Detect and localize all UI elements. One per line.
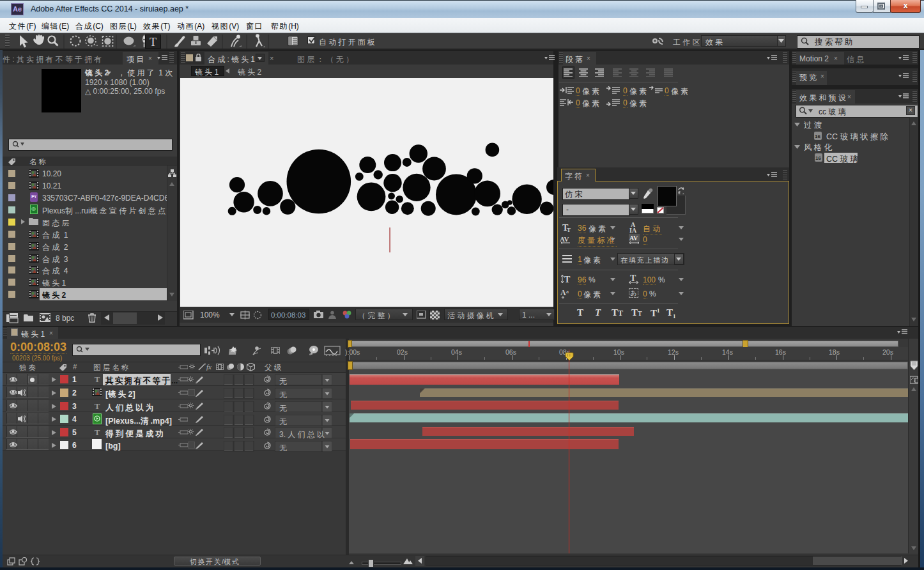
svg-text:T: T [564,275,571,284]
svg-text:IA: IA [629,227,637,234]
svg-text:AV: AV [629,235,638,242]
svg-text:a: a [566,288,569,295]
svg-text:T: T [150,36,157,49]
svg-text:T: T [567,227,571,232]
svg-text:AV: AV [560,235,569,243]
svg-text:A: A [560,288,566,297]
svg-text:T: T [630,273,636,283]
